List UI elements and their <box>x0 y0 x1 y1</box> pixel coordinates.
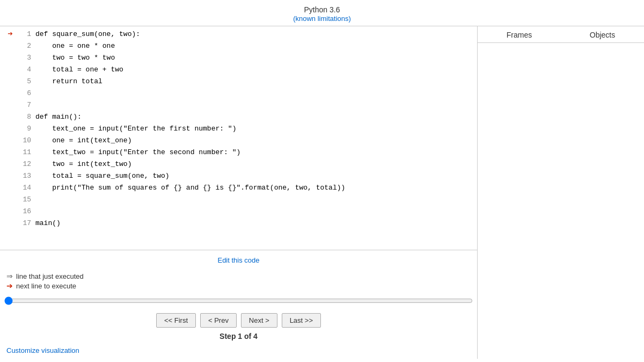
line-num-5: 5 <box>16 76 31 88</box>
line-num-13: 13 <box>16 170 31 182</box>
line-num-10: 10 <box>16 135 31 147</box>
line-content-12: two = int(text_two) <box>35 158 131 170</box>
code-line-7: 7 <box>0 99 477 111</box>
code-line-1: ➔1def square_sum(one, two): <box>0 28 477 40</box>
step-label: Step 1 of 4 <box>0 330 477 344</box>
legend-solid-item: ➔ next line to execute <box>6 281 471 290</box>
line-num-14: 14 <box>16 182 31 194</box>
tab-frames[interactable]: Frames <box>478 31 561 39</box>
line-content-2: one = one * one <box>35 40 115 52</box>
code-line-3: 3 two = two * two <box>0 52 477 64</box>
code-line-8: 8def main(): <box>0 111 477 123</box>
code-line-12: 12 two = int(text_two) <box>0 158 477 170</box>
outline-arrow-icon: ⇒ <box>6 272 13 280</box>
code-line-14: 14 print("The sum of squares of {} and {… <box>0 182 477 194</box>
customize-link-area: Customize visualization <box>0 344 477 359</box>
main-layout: ➔1def square_sum(one, two):2 one = one *… <box>0 26 644 359</box>
nav-area: << First < Prev Next > Last >> <box>0 310 477 330</box>
legend-outline-label: line that just executed <box>16 272 84 280</box>
line-num-16: 16 <box>16 206 31 218</box>
step-slider[interactable] <box>4 296 473 305</box>
code-line-15: 15 <box>0 194 477 206</box>
customize-visualization-link[interactable]: Customize visualization <box>6 346 79 354</box>
line-content-11: text_two = input("Enter the second numbe… <box>35 147 240 158</box>
legend-area: ⇒ line that just executed ➔ next line to… <box>0 269 477 294</box>
line-num-15: 15 <box>16 194 31 206</box>
line-num-17: 17 <box>16 218 31 229</box>
line-num-6: 6 <box>16 88 31 99</box>
line-content-3: two = two * two <box>35 52 115 64</box>
code-line-11: 11 text_two = input("Enter the second nu… <box>0 147 477 158</box>
last-button[interactable]: Last >> <box>282 313 321 328</box>
red-arrow-icon: ➔ <box>8 28 13 40</box>
code-line-13: 13 total = square_sum(one, two) <box>0 170 477 182</box>
code-line-4: 4 total = one + two <box>0 64 477 76</box>
slider-area[interactable] <box>0 294 477 310</box>
code-line-2: 2 one = one * one <box>0 40 477 52</box>
code-panel: ➔1def square_sum(one, two):2 one = one *… <box>0 26 478 359</box>
line-content-1: def square_sum(one, two): <box>35 28 140 40</box>
line-content-8: def main(): <box>35 111 82 123</box>
line-content-17: main() <box>35 218 61 229</box>
right-panel: Frames Objects <box>478 26 644 359</box>
code-line-6: 6 <box>0 88 477 99</box>
line-content-4: total = one + two <box>35 64 123 76</box>
line-num-2: 2 <box>16 40 31 52</box>
code-line-5: 5 return total <box>0 76 477 88</box>
line-num-12: 12 <box>16 158 31 170</box>
code-line-10: 10 one = int(text_one) <box>0 135 477 147</box>
line-content-13: total = square_sum(one, two) <box>35 170 170 182</box>
limitations-link[interactable]: (known limitations) <box>293 15 351 23</box>
legend-solid-label: next line to execute <box>16 282 76 290</box>
code-line-17: 17main() <box>0 218 477 229</box>
line-content-5: return total <box>35 76 103 88</box>
solid-arrow-icon: ➔ <box>6 281 13 290</box>
code-line-16: 16 <box>0 206 477 218</box>
tab-objects[interactable]: Objects <box>561 31 644 39</box>
first-button[interactable]: << First <box>156 313 196 328</box>
line-num-4: 4 <box>16 64 31 76</box>
line-num-8: 8 <box>16 111 31 123</box>
code-area: ➔1def square_sum(one, two):2 one = one *… <box>0 26 477 250</box>
line-content-9: text_one = input("Enter the first number… <box>35 123 236 135</box>
line-num-7: 7 <box>16 99 31 111</box>
next-button[interactable]: Next > <box>241 313 277 328</box>
edit-this-code-link[interactable]: Edit this code <box>217 256 259 264</box>
line-arrow-1: ➔ <box>4 28 16 40</box>
line-num-9: 9 <box>16 123 31 135</box>
line-content-10: one = int(text_one) <box>35 135 131 147</box>
edit-link-area: Edit this code <box>0 250 477 269</box>
code-line-9: 9 text_one = input("Enter the first numb… <box>0 123 477 135</box>
line-num-3: 3 <box>16 52 31 64</box>
line-num-11: 11 <box>16 147 31 158</box>
top-header: Python 3.6 (known limitations) <box>0 0 644 26</box>
line-num-1: 1 <box>16 28 31 40</box>
prev-button[interactable]: < Prev <box>200 313 237 328</box>
legend-outline-item: ⇒ line that just executed <box>6 272 471 280</box>
line-content-14: print("The sum of squares of {} and {} i… <box>35 182 345 194</box>
right-panel-header: Frames Objects <box>478 26 644 43</box>
page-title: Python 3.6 <box>0 5 644 14</box>
